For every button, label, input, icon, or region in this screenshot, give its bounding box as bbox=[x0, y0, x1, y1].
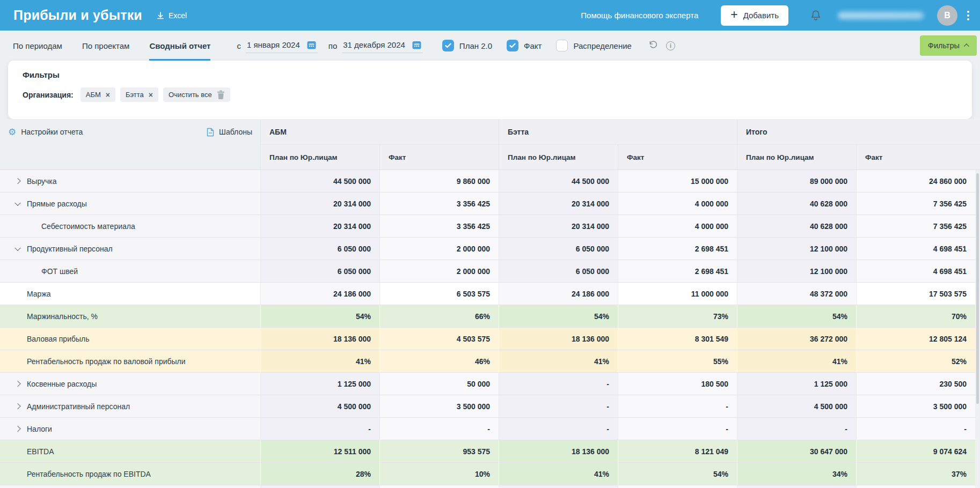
value-cell: 8 301 549 bbox=[618, 328, 737, 350]
table-row: Себестоимость материала20 314 0003 356 4… bbox=[0, 215, 980, 238]
value-cell: 230 500 bbox=[856, 373, 975, 395]
value-cell: 20 314 000 bbox=[499, 193, 618, 215]
value-cell: 24 186 000 bbox=[499, 283, 618, 305]
subcolumn-header-1-0: План по Юр.лицам bbox=[499, 145, 618, 170]
value-cell: 2 698 451 bbox=[618, 260, 737, 283]
value-cell: 1 125 000 bbox=[260, 373, 379, 395]
table-row: Рентабельность продаж по валовой прибыли… bbox=[0, 350, 980, 373]
value-cell: 11 000 000 bbox=[618, 283, 737, 305]
chevron-up-icon bbox=[964, 43, 969, 49]
value-cell: 55% bbox=[618, 350, 737, 373]
undo-icon[interactable] bbox=[648, 40, 658, 51]
calendar-icon bbox=[306, 40, 317, 50]
row-label: Рентабельность продаж по валовой прибыли bbox=[27, 357, 186, 366]
value-cell: - bbox=[499, 373, 618, 395]
chevron-right-icon[interactable] bbox=[14, 380, 20, 386]
table-row: Косвенные расходы1 125 00050 000-180 500… bbox=[0, 373, 980, 395]
checkbox-2[interactable]: Распределение bbox=[556, 40, 632, 51]
table-row: Рентабельность продаж по EBITDA28%10%41%… bbox=[0, 463, 980, 485]
row-label: Административный персонал bbox=[27, 402, 130, 411]
info-icon[interactable]: i bbox=[666, 41, 675, 50]
group-header-2: Итого bbox=[737, 119, 975, 145]
checkbox-0[interactable]: План 2.0 bbox=[442, 40, 492, 51]
value-cell: 73% bbox=[618, 305, 737, 328]
row-label-cell[interactable]: Налоги bbox=[0, 418, 260, 440]
value-cell: - bbox=[499, 418, 618, 440]
value-cell: 36 272 000 bbox=[737, 328, 856, 350]
close-icon[interactable]: × bbox=[149, 91, 153, 99]
value-cell: 6 050 000 bbox=[260, 238, 379, 260]
value-cell: 3 356 425 bbox=[379, 193, 499, 215]
value-cell: - bbox=[737, 418, 856, 440]
expert-help-link[interactable]: Помощь финансового эксперта bbox=[581, 11, 698, 20]
value-cell: 46% bbox=[379, 350, 499, 373]
chevron-right-icon[interactable] bbox=[14, 178, 20, 183]
value-cell: 953 575 bbox=[379, 440, 499, 463]
tab-2[interactable]: Сводный отчет bbox=[149, 31, 210, 61]
report-settings-button[interactable]: ⚙ Настройки отчета bbox=[8, 119, 83, 145]
notifications-bell-icon[interactable] bbox=[809, 9, 823, 23]
date-from-label: с bbox=[237, 41, 241, 50]
row-label: Налоги bbox=[27, 425, 52, 433]
avatar[interactable]: В bbox=[937, 5, 957, 26]
clear-all-chip[interactable]: Очистить все bbox=[163, 87, 230, 102]
value-cell: 41% bbox=[260, 350, 379, 373]
value-cell: 3 500 000 bbox=[856, 395, 975, 418]
header-filler bbox=[975, 119, 980, 145]
filter-chip: Бэтта× bbox=[120, 87, 158, 102]
kebab-menu-icon[interactable] bbox=[965, 9, 971, 23]
add-button-label: Добавить bbox=[743, 11, 779, 20]
table-row: Административный персонал4 500 0003 500 … bbox=[0, 395, 980, 418]
date-to-field[interactable]: 31 декабря 2024 bbox=[342, 38, 423, 53]
app-header: Прибыли и убытки Excel Помощь финансовог… bbox=[0, 0, 980, 31]
value-cell: 24 860 000 bbox=[856, 170, 975, 193]
value-cell: 54% bbox=[737, 305, 856, 328]
date-to-value: 31 декабря 2024 bbox=[343, 40, 405, 49]
row-label-cell[interactable]: Косвенные расходы bbox=[0, 373, 260, 395]
value-cell: 37% bbox=[856, 463, 975, 485]
checkbox-1[interactable]: Факт bbox=[507, 40, 542, 51]
trash-icon bbox=[217, 90, 225, 99]
value-cell: - bbox=[618, 395, 737, 418]
tab-1[interactable]: По проектам bbox=[82, 31, 130, 61]
value-cell: 6 050 000 bbox=[499, 238, 618, 260]
row-label-cell[interactable]: Прямые расходы bbox=[0, 193, 260, 215]
value-cell: 52% bbox=[856, 350, 975, 373]
toolbar-icons: i bbox=[648, 40, 675, 51]
value-cell: 41% bbox=[499, 463, 618, 485]
date-from-field[interactable]: 1 января 2024 bbox=[246, 38, 318, 53]
filters-toggle-button[interactable]: Фильтры bbox=[920, 35, 977, 56]
series-checkboxes: План 2.0ФактРаспределение bbox=[442, 40, 646, 51]
value-cell: 40 628 000 bbox=[737, 193, 856, 215]
tab-0[interactable]: По периодам bbox=[13, 31, 62, 61]
value-cell: 2 698 451 bbox=[618, 238, 737, 260]
vertical-scrollbar[interactable] bbox=[975, 170, 980, 488]
row-label-cell: Маржа bbox=[0, 283, 260, 305]
value-cell: 4 000 000 bbox=[618, 193, 737, 215]
row-label: EBITDA bbox=[27, 447, 54, 456]
table-row: Продуктивный персонал6 050 0002 000 0006… bbox=[0, 238, 980, 260]
value-cell: 6 503 575 bbox=[379, 283, 499, 305]
chevron-down-icon[interactable] bbox=[14, 245, 20, 250]
add-button[interactable]: + Добавить bbox=[721, 5, 788, 26]
table-row: Прямые расходы20 314 0003 356 42520 314 … bbox=[0, 193, 980, 215]
value-cell: 6 050 000 bbox=[499, 260, 618, 283]
row-label-cell: Рентабельность продаж по EBITDA bbox=[0, 463, 260, 485]
value-cell: 1 125 000 bbox=[737, 373, 856, 395]
row-label-cell[interactable]: Продуктивный персонал bbox=[0, 238, 260, 260]
excel-export-button[interactable]: Excel bbox=[156, 11, 187, 20]
templates-button[interactable]: Шаблоны bbox=[207, 119, 252, 145]
filter-chip-label: Бэтта bbox=[126, 91, 144, 99]
value-cell: 30 647 000 bbox=[737, 440, 856, 463]
value-cell: 44 500 000 bbox=[499, 170, 618, 193]
close-icon[interactable]: × bbox=[106, 91, 110, 99]
chevron-right-icon[interactable] bbox=[14, 403, 20, 409]
row-label-cell[interactable]: Административный персонал bbox=[0, 395, 260, 418]
value-cell: 28% bbox=[260, 463, 379, 485]
row-label-cell[interactable]: Выручка bbox=[0, 170, 260, 193]
value-cell: 4 000 000 bbox=[618, 215, 737, 238]
chevron-right-icon[interactable] bbox=[14, 425, 20, 431]
chevron-down-icon[interactable] bbox=[14, 199, 20, 205]
value-cell: 54% bbox=[499, 305, 618, 328]
scrollbar-thumb[interactable] bbox=[976, 173, 979, 404]
